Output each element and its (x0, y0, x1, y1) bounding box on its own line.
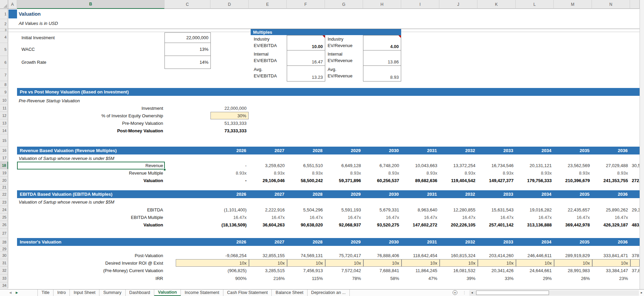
value-cell-2-3-2031[interactable]: 47% (401, 275, 439, 282)
value-cell-2-2-2036[interactable]: 33,384,147 (592, 267, 630, 274)
value-cell-1-0-2026[interactable]: (1,101,400) (210, 206, 249, 213)
value-cell-2-3-2027[interactable]: 216% (249, 275, 287, 282)
row-header-14[interactable]: 14 (0, 127, 8, 134)
value-cell-0-0-2036[interactable]: 27,029,488 (592, 162, 630, 169)
column-header-j[interactable]: J (439, 0, 477, 9)
column-header-i[interactable]: I (401, 0, 439, 9)
sheet-tab-income-statement[interactable]: Income Statement (181, 290, 223, 296)
value-cell-1-1-2033[interactable]: 16.47x (477, 213, 516, 221)
row-label-0-0[interactable]: Revenue (17, 162, 164, 169)
roi-input-cell[interactable]: 10x (402, 259, 440, 267)
pre-post-row-value[interactable]: 73,333,333 (210, 127, 249, 134)
multiples-right-value-cell[interactable]: 4.00 (363, 35, 401, 51)
sheet-tab-dashboard[interactable]: Dashboard (126, 290, 154, 296)
value-cell-0-1-2035[interactable]: 8.93x (554, 169, 592, 177)
value-cell-partial[interactable]: 30,5 (631, 162, 640, 169)
sheet-tab-intro[interactable]: Intro (53, 290, 70, 296)
value-cell-1-1-2034[interactable]: 16.47x (516, 213, 554, 221)
value-cell-1-0-2036[interactable]: 25,890,262 (592, 206, 630, 213)
value-cell-1-2-2029[interactable]: 92,068,937 (325, 221, 363, 228)
value-cell-0-2-2028[interactable]: 58,500,242 (287, 177, 325, 184)
value-cell-0-2-2036[interactable]: 241,353,755 (592, 177, 630, 184)
vertical-scrollbar[interactable] (640, 0, 644, 289)
value-cell-1-0-2027[interactable]: 2,222,916 (249, 206, 287, 213)
pre-post-row-label[interactable]: Post-Money Valuation (17, 127, 164, 134)
value-cell-1-2-2027[interactable]: 36,604,263 (249, 221, 287, 228)
value-cell-1-0-2035[interactable]: 22,435,657 (554, 206, 592, 213)
value-cell-2-0-2036[interactable]: 333,841,471 (592, 252, 630, 259)
value-cell-1-1-2030[interactable]: 16.47x (363, 213, 401, 221)
row-label-1-1[interactable]: EBITDA Multiple (17, 213, 164, 221)
value-cell-1-0-2031[interactable]: 8,963,640 (401, 206, 439, 213)
value-cell-2-3-2030[interactable]: 58% (363, 275, 401, 282)
value-cell-0-0-2028[interactable]: 6,551,510 (287, 162, 325, 169)
value-cell-partial[interactable]: 272,0 (631, 177, 640, 184)
select-all-corner[interactable] (0, 0, 8, 9)
value-cell-0-2-2034[interactable]: 179,756,333 (516, 177, 554, 184)
row-header-23[interactable]: 23 (0, 198, 8, 206)
value-cell-1-2-2032[interactable]: 202,226,105 (439, 221, 477, 228)
value-cell-2-3-2036[interactable]: 23% (592, 275, 630, 282)
value-cell-0-2-2035[interactable]: 210,396,679 (554, 177, 592, 184)
column-header-c[interactable]: C (164, 0, 210, 9)
value-cell-2-3-2028[interactable]: 115% (287, 275, 325, 282)
value-cell-1-2-2026[interactable]: (18,136,509) (210, 221, 249, 228)
value-cell-0-1-2036[interactable]: 8.93x (592, 169, 630, 177)
value-cell-partial[interactable]: 37,8 (631, 267, 640, 274)
row-header-29[interactable]: 29 (0, 246, 8, 252)
value-cell-0-0-2026[interactable]: - (210, 162, 249, 169)
page-title[interactable]: Valuation (19, 11, 41, 17)
page-subtitle[interactable]: All Values is in USD (19, 21, 58, 26)
roi-input-cell[interactable]: 10x (478, 259, 516, 267)
value-cell-2-2-2032[interactable]: 16,081,532 (439, 267, 477, 274)
roi-input-cell-partial[interactable] (630, 259, 640, 267)
row-label-2-2[interactable]: (Pre-Money) Current Valuation (17, 267, 164, 274)
row-header-25[interactable]: 25 (0, 213, 8, 221)
roi-input-cell[interactable]: 10x (516, 259, 554, 267)
value-cell-1-2-2028[interactable]: 90,638,020 (287, 221, 325, 228)
value-cell-1-2-2036[interactable]: 426,329,187 (592, 221, 630, 228)
row-header-12[interactable]: 12 (0, 112, 8, 119)
row-header-21[interactable]: 21 (0, 184, 8, 190)
column-header-h[interactable]: H (363, 0, 401, 9)
value-cell-2-3-2032[interactable]: 39% (439, 275, 477, 282)
pre-post-row-label[interactable]: Pre-Money Valuation (17, 119, 164, 127)
value-cell-0-0-2030[interactable]: 6,748,200 (363, 162, 401, 169)
value-cell-1-1-2028[interactable]: 16.47x (287, 213, 325, 221)
section-header-pre-post[interactable]: Pre vs Post Money Valuation (Based on In… (17, 88, 640, 96)
value-cell-0-0-2031[interactable]: 10,043,663 (401, 162, 439, 169)
multiples-left-value-cell[interactable]: 16.47 (287, 50, 325, 66)
row-header-15[interactable]: 15 (0, 134, 8, 147)
pre-post-row-label[interactable]: Investment (17, 104, 164, 112)
pre-post-row-label[interactable]: % of Investor Equity Ownership (17, 112, 164, 119)
row-header-18[interactable]: 18 (0, 162, 8, 169)
row-header-20[interactable]: 20 (0, 177, 8, 184)
row-header-24[interactable]: 24 (0, 206, 8, 213)
row-header-32[interactable]: 32 (0, 267, 8, 275)
value-cell-1-2-2033[interactable]: 257,401,142 (477, 221, 516, 228)
column-header-l[interactable]: L (516, 0, 554, 9)
row-label-2-1[interactable]: Desired Investor ROI @ Exist (17, 259, 164, 267)
value-cell-0-2-2029[interactable]: 59,371,896 (325, 177, 363, 184)
sheet-tab-balance-sheet[interactable]: Balance Sheet (272, 290, 307, 296)
assumption-value-1[interactable]: 13% (164, 43, 211, 56)
row-label-0-2[interactable]: Valuation (17, 177, 164, 184)
horizontal-scrollbar-thumb[interactable] (476, 291, 549, 295)
value-cell-2-2-2035[interactable]: 28,991,983 (554, 267, 592, 274)
value-cell-2-0-2033[interactable]: 203,414,260 (477, 252, 516, 259)
row-header-11[interactable]: 11 (0, 104, 8, 112)
value-cell-1-2-2034[interactable]: 313,136,888 (516, 221, 554, 228)
row-header-6[interactable]: 6 (0, 56, 8, 69)
sheet-tab-input-sheet[interactable]: Input Sheet (70, 290, 99, 296)
sheet-tab-summary[interactable]: Summary (99, 290, 125, 296)
value-cell-0-1-2034[interactable]: 8.93x (516, 169, 554, 177)
value-cell-2-3-2034[interactable]: 29% (516, 275, 554, 282)
value-cell-2-0-2031[interactable]: 118,642,454 (401, 252, 439, 259)
roi-input-cell[interactable]: 10x (440, 259, 478, 267)
value-cell-1-1-2029[interactable]: 16.47x (325, 213, 363, 221)
column-header-a[interactable]: A (8, 0, 17, 9)
row-header-27[interactable]: 27 (0, 229, 8, 238)
row-header-19[interactable]: 19 (0, 169, 8, 177)
assumption-label-0[interactable]: Initial Investment (21, 32, 55, 43)
row-header-31[interactable]: 31 (0, 259, 8, 267)
